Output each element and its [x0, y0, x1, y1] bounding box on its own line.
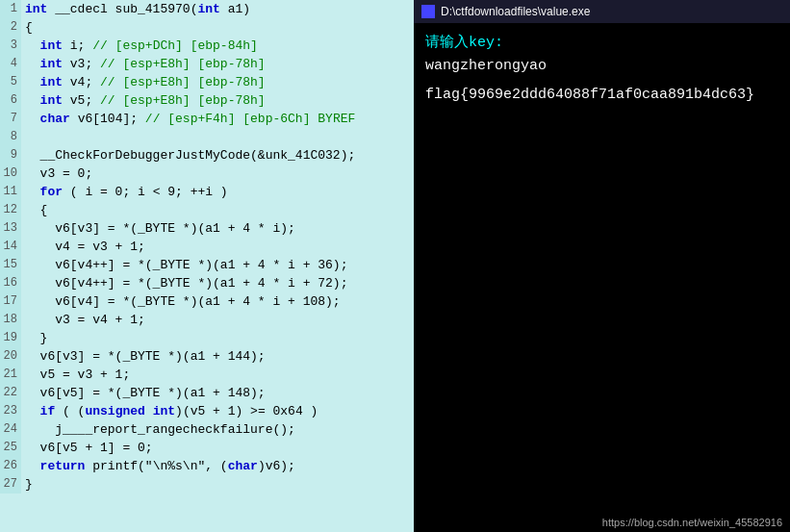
line-content: v6[v5] = *(_BYTE *)(a1 + 148); — [21, 384, 266, 402]
code-line: 2{ — [0, 18, 414, 37]
terminal-title: D:\ctfdownloadfiles\value.exe — [441, 5, 590, 18]
code-line: 11 for ( i = 0; i < 9; ++i ) — [0, 183, 414, 201]
line-number: 23 — [0, 402, 21, 420]
line-number: 8 — [0, 128, 21, 146]
line-number: 19 — [0, 329, 21, 347]
code-editor: 1int __cdecl sub_415970(int a1)2{3 int i… — [0, 0, 414, 532]
code-line: 21 v5 = v3 + 1; — [0, 366, 414, 384]
terminal-prompt: 请输入key: — [425, 33, 778, 54]
line-number: 2 — [0, 18, 21, 37]
line-number: 20 — [0, 347, 21, 366]
line-number: 10 — [0, 165, 21, 183]
code-line: 5 int v4; // [esp+E8h] [ebp-78h] — [0, 73, 414, 91]
code-line: 1int __cdecl sub_415970(int a1) — [0, 0, 414, 18]
code-line: 25 v6[v5 + 1] = 0; — [0, 439, 414, 457]
line-content: char v6[104]; // [esp+F4h] [ebp-6Ch] BYR… — [21, 110, 355, 128]
line-content: int i; // [esp+DCh] [ebp-84h] — [21, 37, 258, 55]
code-line: 24 j____report_rangecheckfailure(); — [0, 420, 414, 439]
code-line: 17 v6[v4] = *(_BYTE *)(a1 + 4 * i + 108)… — [0, 292, 414, 311]
line-content: { — [21, 18, 33, 37]
line-content: int v4; // [esp+E8h] [ebp-78h] — [21, 73, 266, 91]
code-line: 4 int v3; // [esp+E8h] [ebp-78h] — [0, 55, 414, 73]
terminal-footer: https://blog.csdn.net/weixin_45582916 — [414, 513, 790, 532]
code-line: 8 — [0, 128, 414, 146]
line-content: j____report_rangecheckfailure(); — [21, 420, 295, 439]
line-content: } — [21, 475, 33, 494]
code-line: 20 v6[v3] = *(_BYTE *)(a1 + 144); — [0, 347, 414, 366]
code-line: 10 v3 = 0; — [0, 165, 414, 183]
line-content: v3 = v4 + 1; — [21, 311, 145, 329]
line-number: 6 — [0, 91, 21, 110]
line-number: 14 — [0, 238, 21, 256]
terminal-input-value: wangzherongyao — [425, 56, 778, 77]
line-content: __CheckForDebuggerJustMyCode(&unk_41C032… — [21, 146, 355, 165]
line-content: if ( (unsigned int)(v5 + 1) >= 0x64 ) — [21, 402, 318, 420]
line-number: 18 — [0, 311, 21, 329]
line-number: 5 — [0, 73, 21, 91]
line-number: 4 — [0, 55, 21, 73]
code-line: 6 int v5; // [esp+E8h] [ebp-78h] — [0, 91, 414, 110]
code-line: 18 v3 = v4 + 1; — [0, 311, 414, 329]
code-line: 23 if ( (unsigned int)(v5 + 1) >= 0x64 ) — [0, 402, 414, 420]
terminal-body: 请输入key: wangzherongyao flag{9969e2ddd640… — [414, 23, 790, 513]
line-number: 11 — [0, 183, 21, 201]
code-line: 14 v4 = v3 + 1; — [0, 238, 414, 256]
line-content: v6[v5 + 1] = 0; — [21, 439, 153, 457]
code-line: 19 } — [0, 329, 414, 347]
code-line: 7 char v6[104]; // [esp+F4h] [ebp-6Ch] B… — [0, 110, 414, 128]
code-line: 26 return printf("\n%s\n", (char)v6); — [0, 457, 414, 475]
line-number: 7 — [0, 110, 21, 128]
terminal-spacer — [425, 108, 778, 503]
line-content: v3 = 0; — [21, 165, 92, 183]
line-content: v6[v4] = *(_BYTE *)(a1 + 4 * i + 108); — [21, 292, 341, 311]
terminal-icon — [421, 5, 435, 18]
line-number: 27 — [0, 475, 21, 494]
line-content: int __cdecl sub_415970(int a1) — [21, 0, 250, 18]
line-number: 21 — [0, 366, 21, 384]
terminal-flag: flag{9969e2ddd64088f71af0caa891b4dc63} — [425, 85, 778, 106]
code-line: 15 v6[v4++] = *(_BYTE *)(a1 + 4 * i + 36… — [0, 256, 414, 274]
terminal-titlebar: D:\ctfdownloadfiles\value.exe — [414, 0, 790, 23]
line-content: v6[v3] = *(_BYTE *)(a1 + 144); — [21, 347, 266, 366]
line-content: { — [21, 201, 47, 219]
line-number: 16 — [0, 274, 21, 292]
code-line: 12 { — [0, 201, 414, 219]
line-number: 24 — [0, 420, 21, 439]
line-number: 3 — [0, 37, 21, 55]
line-number: 15 — [0, 256, 21, 274]
line-number: 12 — [0, 201, 21, 219]
line-content: v5 = v3 + 1; — [21, 366, 130, 384]
terminal-panel: D:\ctfdownloadfiles\value.exe 请输入key: wa… — [414, 0, 790, 532]
code-line: 13 v6[v3] = *(_BYTE *)(a1 + 4 * i); — [0, 219, 414, 238]
line-number: 25 — [0, 439, 21, 457]
line-number: 1 — [0, 0, 21, 18]
line-content: v6[v3] = *(_BYTE *)(a1 + 4 * i); — [21, 219, 295, 238]
main-container: 1int __cdecl sub_415970(int a1)2{3 int i… — [0, 0, 790, 532]
code-line: 9 __CheckForDebuggerJustMyCode(&unk_41C0… — [0, 146, 414, 165]
line-content: v4 = v3 + 1; — [21, 238, 145, 256]
line-number: 22 — [0, 384, 21, 402]
code-line: 22 v6[v5] = *(_BYTE *)(a1 + 148); — [0, 384, 414, 402]
line-content: v6[v4++] = *(_BYTE *)(a1 + 4 * i + 72); — [21, 274, 347, 292]
line-number: 17 — [0, 292, 21, 311]
code-line: 16 v6[v4++] = *(_BYTE *)(a1 + 4 * i + 72… — [0, 274, 414, 292]
line-content: for ( i = 0; i < 9; ++i ) — [21, 183, 228, 201]
code-line: 27} — [0, 475, 414, 494]
line-number: 9 — [0, 146, 21, 165]
line-number: 26 — [0, 457, 21, 475]
code-panel: 1int __cdecl sub_415970(int a1)2{3 int i… — [0, 0, 414, 532]
line-content: } — [21, 329, 47, 347]
line-content: return printf("\n%s\n", (char)v6); — [21, 457, 295, 475]
line-content: v6[v4++] = *(_BYTE *)(a1 + 4 * i + 36); — [21, 256, 347, 274]
line-content: int v3; // [esp+E8h] [ebp-78h] — [21, 55, 266, 73]
code-line: 3 int i; // [esp+DCh] [ebp-84h] — [0, 37, 414, 55]
line-number: 13 — [0, 219, 21, 238]
line-content: int v5; // [esp+E8h] [ebp-78h] — [21, 91, 266, 110]
